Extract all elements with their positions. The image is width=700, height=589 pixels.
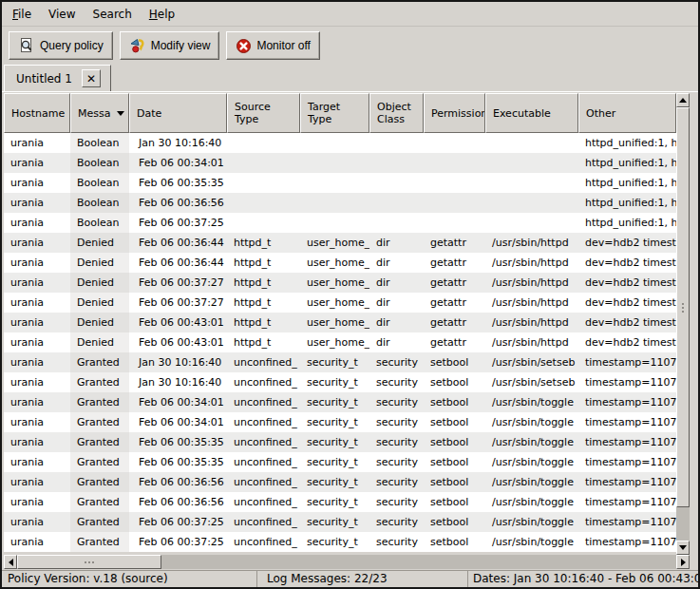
horizontal-scrollbar-trough[interactable] — [161, 555, 676, 569]
statusbar: Policy Version: v.18 (source) Log Messag… — [2, 570, 698, 587]
table-row[interactable]: uraniaGrantedFeb 06 00:37:25unconfined_s… — [4, 532, 676, 552]
table-row[interactable]: uraniaDeniedFeb 06 00:36:44httpd_tuser_h… — [4, 253, 676, 273]
horizontal-scrollbar-thumb[interactable] — [17, 555, 161, 569]
table-row[interactable]: uraniaDeniedFeb 06 00:36:44httpd_tuser_h… — [4, 233, 676, 253]
table-row[interactable]: uraniaGrantedFeb 06 00:36:56unconfined_s… — [4, 472, 676, 492]
cell-permission — [424, 133, 485, 153]
log-messages-status: Log Messages: 22/23 — [256, 571, 467, 588]
cell-hostname: urania — [4, 492, 70, 512]
cell-date: Feb 06 00:36:56 — [129, 472, 227, 492]
cell-object_class — [369, 133, 424, 153]
cell-message: Granted — [70, 492, 129, 512]
cell-source_type — [227, 133, 300, 153]
tab-untitled-1[interactable]: Untitled 1 ✕ — [4, 65, 111, 91]
cell-executable — [485, 153, 578, 173]
table-row[interactable]: uraniaGrantedFeb 06 00:37:25unconfined_s… — [4, 512, 676, 532]
scroll-up-button[interactable] — [676, 93, 690, 107]
column-header-object_class[interactable]: ObjectClass — [369, 93, 424, 133]
cell-object_class: security — [369, 392, 424, 412]
menu-view[interactable]: View — [40, 4, 84, 25]
arrow-left-icon — [9, 559, 13, 566]
vertical-scrollbar[interactable] — [676, 93, 690, 555]
vertical-scrollbar-trough[interactable] — [676, 507, 690, 541]
cell-other: timestamp=11076 — [578, 472, 676, 492]
cell-permission: setbool — [424, 532, 485, 552]
table-row[interactable]: uraniaGrantedFeb 06 00:36:56unconfined_s… — [4, 492, 676, 512]
cell-hostname: urania — [4, 313, 70, 332]
cell-date: Feb 06 00:37:27 — [129, 293, 227, 313]
table-row[interactable]: uraniaGrantedFeb 06 00:34:01unconfined_s… — [4, 392, 676, 412]
column-header-source_type[interactable]: SourceType — [227, 93, 300, 133]
vertical-scrollbar-thumb[interactable] — [676, 107, 690, 507]
table-row[interactable]: uraniaDeniedFeb 06 00:43:01httpd_tuser_h… — [4, 332, 676, 352]
cell-source_type: unconfined_ — [227, 392, 300, 412]
table-row[interactable]: uraniaBooleanFeb 06 00:36:56httpd_unifie… — [4, 193, 676, 213]
cell-source_type: unconfined_ — [227, 532, 300, 552]
cell-hostname: urania — [4, 273, 70, 293]
cell-source_type — [227, 193, 300, 213]
cell-hostname: urania — [4, 193, 70, 213]
scroll-left-button[interactable] — [4, 555, 17, 569]
cell-message: Granted — [70, 512, 129, 532]
horizontal-scrollbar[interactable] — [4, 555, 690, 569]
cell-target_type: security_t — [300, 512, 369, 532]
cell-object_class: security — [369, 372, 424, 392]
column-header-other[interactable]: Other — [578, 93, 676, 133]
cell-other: httpd_unified:1, h — [578, 153, 676, 173]
column-header-executable[interactable]: Executable — [485, 93, 578, 133]
column-header-message[interactable]: Messa — [70, 93, 129, 133]
column-header-date[interactable]: Date — [129, 93, 227, 133]
cell-permission: setbool — [424, 352, 485, 372]
cell-object_class — [369, 173, 424, 193]
column-header-hostname[interactable]: Hostname — [4, 93, 70, 133]
cell-executable — [485, 133, 578, 153]
cell-message: Denied — [70, 332, 129, 352]
cell-message: Boolean — [70, 213, 129, 233]
cell-date: Jan 30 10:16:40 — [129, 352, 227, 372]
table-row[interactable]: uraniaDeniedFeb 06 00:37:27httpd_tuser_h… — [4, 273, 676, 293]
menu-view-label: View — [48, 8, 75, 21]
modify-view-button[interactable]: Modify view — [120, 31, 220, 60]
table-row[interactable]: uraniaGrantedFeb 06 00:34:01unconfined_s… — [4, 412, 676, 432]
cell-executable: /usr/sbin/setseb — [485, 372, 578, 392]
scroll-down-button[interactable] — [676, 541, 690, 555]
cell-executable: /usr/sbin/toggle — [485, 392, 578, 412]
cell-other: timestamp=11076 — [578, 412, 676, 432]
column-header-label: SourceType — [235, 101, 271, 125]
column-header-target_type[interactable]: TargetType — [300, 93, 369, 133]
table-row[interactable]: uraniaBooleanFeb 06 00:37:25httpd_unifie… — [4, 213, 676, 233]
cell-executable: /usr/sbin/httpd — [485, 313, 578, 332]
cell-other: dev=hdb2 timesta — [578, 332, 676, 352]
table-row[interactable]: uraniaDeniedFeb 06 00:43:01httpd_tuser_h… — [4, 313, 676, 332]
column-header-permission[interactable]: Permission — [424, 93, 485, 133]
table-row[interactable]: uraniaBooleanJan 30 10:16:40httpd_unifie… — [4, 133, 676, 153]
table-row[interactable]: uraniaBooleanFeb 06 00:35:35httpd_unifie… — [4, 173, 676, 193]
table-row[interactable]: uraniaGrantedJan 30 10:16:40unconfined_s… — [4, 372, 676, 392]
table-row[interactable]: uraniaGrantedJan 30 10:16:40unconfined_s… — [4, 352, 676, 372]
cell-target_type — [300, 173, 369, 193]
table-row[interactable]: uraniaDeniedFeb 06 00:37:27httpd_tuser_h… — [4, 293, 676, 313]
table-row[interactable]: uraniaGrantedFeb 06 00:35:35unconfined_s… — [4, 432, 676, 452]
cell-permission: setbool — [424, 472, 485, 492]
policy-version-status: Policy Version: v.18 (source) — [2, 571, 256, 588]
cell-target_type: security_t — [300, 472, 369, 492]
table-row[interactable]: uraniaBooleanFeb 06 00:34:01httpd_unifie… — [4, 153, 676, 173]
cell-date: Feb 06 00:37:25 — [129, 532, 227, 552]
cell-object_class: security — [369, 472, 424, 492]
menu-help[interactable]: Help — [141, 4, 183, 25]
tab-close-button[interactable]: ✕ — [82, 69, 101, 87]
menu-search[interactable]: Search — [85, 4, 141, 25]
cell-target_type: user_home_ — [300, 233, 369, 253]
cell-other: timestamp=11076 — [578, 392, 676, 412]
thumb-grip-icon — [88, 561, 90, 563]
table-row[interactable]: uraniaGrantedFeb 06 00:35:35unconfined_s… — [4, 452, 676, 472]
monitor-off-icon — [236, 38, 252, 54]
monitor-off-button[interactable]: Monitor off — [226, 31, 319, 60]
cell-source_type: unconfined_ — [227, 492, 300, 512]
query-policy-button[interactable]: Query policy — [9, 31, 113, 60]
scroll-right-button[interactable] — [676, 555, 690, 569]
menu-file[interactable]: File — [4, 4, 40, 25]
cell-message: Granted — [70, 452, 129, 472]
cell-hostname: urania — [4, 253, 70, 273]
column-header-label: Messa — [78, 107, 110, 120]
